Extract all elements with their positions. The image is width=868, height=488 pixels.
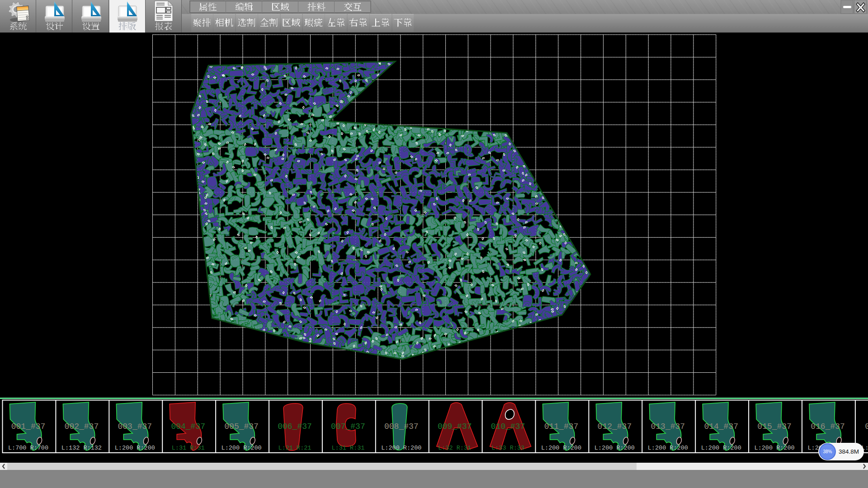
svg-text:L:31 R:31: L:31 R:31 (172, 445, 205, 451)
svg-text:L:33 R:33: L:33 R:33 (491, 445, 524, 451)
svg-text:L:21 R:21: L:21 R:21 (278, 445, 311, 451)
svg-text:L:200 R:200: L:200 R:200 (115, 445, 155, 451)
svg-text:L:32 R:31: L:32 R:31 (438, 445, 471, 451)
svg-text:005_#37: 005_#37 (224, 422, 259, 431)
svg-text:009_#37: 009_#37 (438, 422, 472, 431)
svg-text:008_#37: 008_#37 (384, 422, 419, 431)
svg-text:016_#37: 016_#37 (811, 422, 845, 431)
svg-text:015_#37: 015_#37 (757, 422, 792, 431)
svg-text:017_#37: 017_#37 (865, 422, 868, 431)
svg-text:L:31 R:31: L:31 R:31 (331, 445, 364, 451)
svg-text:012_#37: 012_#37 (598, 422, 632, 431)
svg-text:L:200 R:200: L:200 R:200 (701, 445, 741, 451)
svg-text:006_#37: 006_#37 (278, 422, 312, 431)
svg-text:L:200 R:200: L:200 R:200 (541, 445, 581, 451)
svg-text:011_#37: 011_#37 (544, 422, 579, 431)
svg-text:L:200 R:200: L:200 R:200 (222, 445, 262, 451)
svg-text:L:200 R:200: L:200 R:200 (381, 445, 421, 451)
svg-text:L:132 R:132: L:132 R:132 (61, 445, 102, 451)
svg-text:003_#37: 003_#37 (118, 422, 152, 431)
svg-text:001_#37: 001_#37 (11, 422, 46, 431)
svg-text:002_#37: 002_#37 (65, 422, 99, 431)
svg-text:013_#37: 013_#37 (651, 422, 685, 431)
svg-text:L:200 R:200: L:200 R:200 (594, 445, 635, 451)
svg-text:L:700 R:700: L:700 R:700 (8, 445, 48, 451)
svg-text:L:200 R:200: L:200 R:200 (755, 445, 795, 451)
svg-text:007_#37: 007_#37 (331, 422, 365, 431)
svg-text:014_#37: 014_#37 (704, 422, 738, 431)
svg-text:L:200 R:200: L:200 R:200 (648, 445, 688, 451)
svg-text:010_#37: 010_#37 (491, 422, 525, 431)
svg-text:004_#37: 004_#37 (171, 422, 205, 431)
